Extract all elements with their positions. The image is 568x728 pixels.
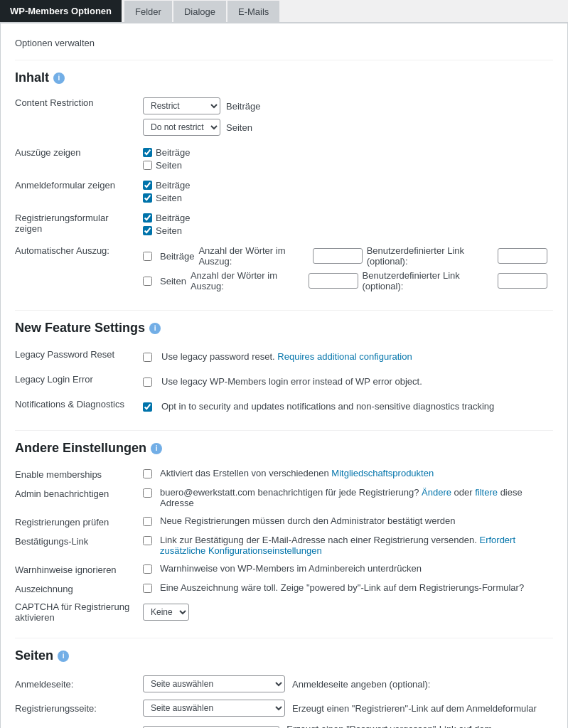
notifications-row: Notifications & Diagnostics Opt in to se… xyxy=(15,394,553,419)
anmelde-beitraege-checkbox[interactable] xyxy=(143,181,152,190)
benutzerdefinierter-label1: Benutzerdefinierter Link (optional): xyxy=(367,245,493,267)
registrierungs-beitraege-row: Beiträge xyxy=(143,213,547,223)
auszuege-beitraege-checkbox[interactable] xyxy=(143,148,152,157)
bestaetigung-row: Bestätigungs-Link Link zur Bestätigung d… xyxy=(15,531,553,560)
auszuege-beitraege-row: Beiträge xyxy=(143,147,547,158)
auszuege-row: Auszüge zeigen Beiträge Seiten xyxy=(15,144,553,176)
enable-memberships-checkbox[interactable] xyxy=(143,469,152,478)
auszeichnung-checkbox[interactable] xyxy=(143,584,152,593)
auszuege-seiten-row: Seiten xyxy=(143,160,547,171)
tab-emails[interactable]: E-Mails xyxy=(227,1,279,22)
registrierungsseite-select[interactable]: Seite auswählen xyxy=(143,700,285,717)
legacy-password-row: Legacy Password Reset Use legacy passwor… xyxy=(15,344,553,369)
auto-beitraege-checkbox[interactable] xyxy=(143,252,152,261)
new-feature-info-icon[interactable]: i xyxy=(149,323,161,334)
tab-felder[interactable]: Felder xyxy=(124,1,172,22)
inhalt-table: Content Restriction Restrict Do not rest… xyxy=(15,94,553,299)
warnhinweise-checkbox[interactable] xyxy=(143,564,152,574)
auszuege-label: Auszüge zeigen xyxy=(15,144,143,176)
warnhinweise-control: Warnhinweise von WP-Members im Adminbere… xyxy=(143,563,422,574)
legacy-login-text: Use legacy WP-Members login error instea… xyxy=(161,376,422,387)
registrierungs-controls: Beiträge Seiten xyxy=(143,209,553,242)
captcha-select[interactable]: Keine xyxy=(143,604,189,621)
inhalt-heading-text: Inhalt xyxy=(15,70,49,85)
content-restriction-label: Content Restriction xyxy=(15,94,143,144)
inhalt-info-icon[interactable]: i xyxy=(53,73,65,84)
seiten-heading: Seiten i xyxy=(15,638,553,663)
admin-text: buero@ewerkstatt.com benachrichtigen für… xyxy=(160,487,553,508)
warnhinweise-label: Warnhinweise ignorieren xyxy=(15,563,143,575)
enable-memberships-link[interactable]: Mitgliedschaftsprodukten xyxy=(331,468,434,478)
legacy-password-checkbox[interactable] xyxy=(143,353,152,362)
benutzerdefinierter-input2[interactable] xyxy=(498,273,547,289)
admin-checkbox[interactable] xyxy=(143,488,152,498)
new-feature-heading: New Feature Settings i xyxy=(15,310,553,336)
content-restriction-row: Content Restriction Restrict Do not rest… xyxy=(15,94,553,144)
auszeichnung-row: Auszeichnung Eine Auszeichnung wäre toll… xyxy=(15,579,553,598)
registrierungsseite-control: Seite auswählen Erzeugt einen "Registrie… xyxy=(143,700,537,717)
do-not-restrict-seiten-row: Do not restrict Restrict Seiten xyxy=(143,119,547,136)
notifications-checkbox[interactable] xyxy=(143,402,152,412)
admin-or-text: oder xyxy=(454,487,473,498)
registrierungs-row: Registrierungsformular zeigen Beiträge S… xyxy=(15,209,553,242)
auszuege-beitraege-label: Beiträge xyxy=(156,147,190,158)
anmeldeseite-label: Anmeldeseite: xyxy=(15,679,143,690)
anmelde-label: Anmeldeformular zeigen xyxy=(15,176,143,209)
benutzerprofil-control: Seite auswählen Erzeugt einen "Passwort … xyxy=(143,724,553,728)
bestaetigung-text-main: Link zur Bestätigung der E-Mail-Adresse … xyxy=(160,535,477,545)
admin-text-main: buero@ewerkstatt.com benachrichtigen für… xyxy=(160,487,419,498)
registrierungen-label: Registrierungen prüfen xyxy=(15,515,143,528)
seiten-info-icon[interactable]: i xyxy=(58,651,69,662)
restrict-beitraege-row: Restrict Do not restrict Beiträge xyxy=(143,97,547,114)
tab-bar: WP-Members Optionen Felder Dialoge E-Mai… xyxy=(0,0,568,23)
auszeichnung-control: Eine Auszeichnung wäre toll. Zeige "powe… xyxy=(143,582,524,593)
legacy-password-text: Use legacy password reset. Requires addi… xyxy=(161,351,412,362)
do-not-restrict-select[interactable]: Do not restrict Restrict xyxy=(143,119,220,136)
legacy-login-control: Use legacy WP-Members login error instea… xyxy=(143,369,553,394)
auto-beitraege-row: Beiträge Anzahl der Wörter im Auszug: Be… xyxy=(143,245,547,267)
auto-seiten-checkbox[interactable] xyxy=(143,277,152,286)
auto-seiten-row: Seiten Anzahl der Wörter im Auszug: Benu… xyxy=(143,270,547,291)
registrierungen-row: Registrierungen prüfen Neue Registrierun… xyxy=(15,512,553,531)
bestaetigung-control: Link zur Bestätigung der E-Mail-Adresse … xyxy=(143,535,553,556)
bestaetigung-checkbox[interactable] xyxy=(143,536,152,545)
benutzerprofil-hint: Erzeugt einen "Passwort vergessen"-Link … xyxy=(286,724,553,728)
registrierungen-checkbox[interactable] xyxy=(143,517,152,526)
admin-control: buero@ewerkstatt.com benachrichtigen für… xyxy=(143,487,553,508)
tab-dialoge[interactable]: Dialoge xyxy=(173,1,226,22)
legacy-password-control: Use legacy password reset. Requires addi… xyxy=(143,344,553,369)
registrierungsseite-row: Registrierungsseite: Seite auswählen Erz… xyxy=(15,696,553,720)
legacy-password-label: Legacy Password Reset xyxy=(15,344,143,369)
anmeldeseite-control: Seite auswählen Anmeldeseite angeben (op… xyxy=(143,675,430,692)
registrierungs-seiten-checkbox[interactable] xyxy=(143,226,152,235)
anmelde-seiten-row: Seiten xyxy=(143,193,547,203)
admin-benachrichtigen-row: Admin benachrichtigen buero@ewerkstatt.c… xyxy=(15,483,553,512)
anmelde-seiten-checkbox[interactable] xyxy=(143,193,152,203)
benutzerdefinierter-label2: Benutzerdefinierter Link (optional): xyxy=(363,270,493,291)
registrierungs-seiten-label: Seiten xyxy=(156,225,182,236)
registrierungen-control: Neue Registrierungen müssen durch den Ad… xyxy=(143,515,456,526)
benutzerdefinierter-input1[interactable] xyxy=(498,248,547,264)
legacy-login-checkbox[interactable] xyxy=(143,378,152,387)
legacy-password-link[interactable]: Requires additional configuration xyxy=(277,351,412,362)
notifications-text: Opt in to security and updates notificat… xyxy=(161,401,494,412)
restrict-select[interactable]: Restrict Do not restrict xyxy=(143,97,220,114)
new-feature-heading-text: New Feature Settings xyxy=(15,321,145,336)
anmelde-beitraege-label: Beiträge xyxy=(156,180,190,191)
auszuege-seiten-checkbox[interactable] xyxy=(143,161,152,170)
admin-link2[interactable]: filtere xyxy=(475,487,498,498)
andere-heading-text: Andere Einstellungen xyxy=(15,441,146,456)
anzahl-woerter-input2[interactable] xyxy=(309,273,358,289)
anmeldeseite-row: Anmeldeseite: Seite auswählen Anmeldesei… xyxy=(15,672,553,696)
anmeldeseite-select[interactable]: Seite auswählen xyxy=(143,675,285,692)
notifications-feature-row: Opt in to security and updates notificat… xyxy=(143,397,547,415)
andere-info-icon[interactable]: i xyxy=(151,443,162,454)
captcha-row: CAPTCHA für Registrierung aktivieren Kei… xyxy=(15,598,553,626)
notifications-label: Notifications & Diagnostics xyxy=(15,394,143,419)
registrierungs-beitraege-checkbox[interactable] xyxy=(143,213,152,223)
benutzerprofil-row: Benutzerprofil-Seite: Seite auswählen Er… xyxy=(15,720,553,728)
anzahl-woerter-input1[interactable] xyxy=(313,248,363,264)
admin-link1[interactable]: Ändere xyxy=(422,487,451,498)
registrierungsseite-hint: Erzeugt einen "Registrieren"-Link auf de… xyxy=(292,703,537,714)
seiten-text: Seiten xyxy=(226,122,252,133)
